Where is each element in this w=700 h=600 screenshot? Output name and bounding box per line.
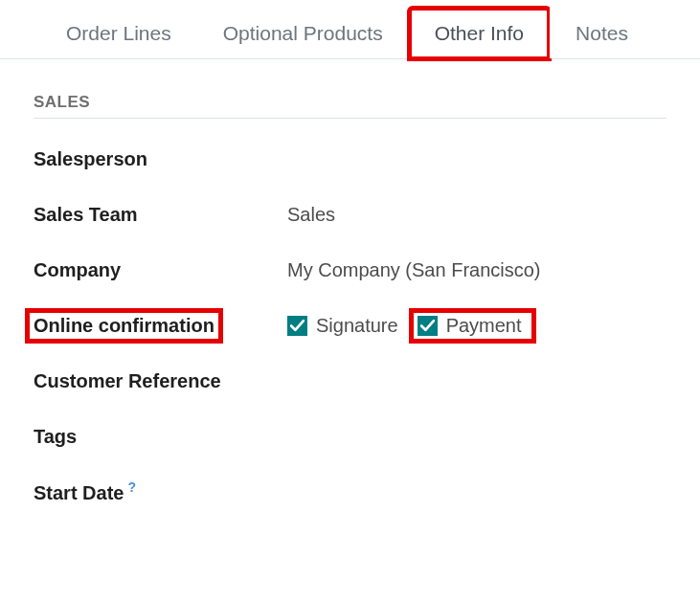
checkbox-label-payment: Payment — [446, 315, 522, 337]
help-icon[interactable]: ? — [127, 479, 136, 495]
value-sales-team[interactable]: Sales — [287, 204, 335, 226]
field-sales-team: Sales Team Sales — [34, 201, 666, 228]
checkbox-signature[interactable] — [287, 316, 307, 336]
field-start-date: Start Date? — [34, 478, 666, 505]
field-customer-reference: Customer Reference — [34, 367, 666, 394]
label-online-confirmation-text: Online confirmation — [30, 313, 218, 339]
checkbox-wrapper-signature: Signature — [287, 315, 398, 337]
tab-optional-products[interactable]: Optional Products — [197, 8, 409, 58]
label-salesperson: Salesperson — [34, 148, 287, 170]
label-online-confirmation: Online confirmation — [34, 313, 287, 339]
tab-bar: Order Lines Optional Products Other Info… — [0, 0, 700, 59]
check-icon — [290, 320, 305, 332]
value-company[interactable]: My Company (San Francisco) — [287, 259, 541, 281]
check-icon — [420, 320, 435, 332]
tab-order-lines[interactable]: Order Lines — [40, 8, 197, 58]
field-salesperson: Salesperson — [34, 145, 666, 172]
label-start-date-text: Start Date — [34, 482, 124, 503]
field-company: Company My Company (San Francisco) — [34, 256, 666, 283]
tab-content: SALES Salesperson Sales Team Sales Compa… — [0, 59, 700, 505]
checkbox-label-signature: Signature — [316, 315, 398, 337]
checkbox-payment[interactable] — [418, 316, 438, 336]
checkbox-wrapper-payment: Payment — [414, 313, 531, 339]
tab-notes[interactable]: Notes — [550, 8, 654, 58]
label-sales-team: Sales Team — [34, 204, 287, 226]
label-start-date: Start Date? — [34, 479, 287, 504]
field-tags: Tags — [34, 423, 666, 450]
field-online-confirmation: Online confirmation Signature Payment — [34, 312, 666, 339]
label-customer-reference: Customer Reference — [34, 370, 287, 392]
label-tags: Tags — [34, 426, 287, 448]
tab-other-info[interactable]: Other Info — [409, 8, 550, 59]
online-confirmation-options: Signature Payment — [287, 313, 531, 339]
label-company: Company — [34, 259, 287, 281]
section-title-sales: SALES — [34, 93, 666, 119]
